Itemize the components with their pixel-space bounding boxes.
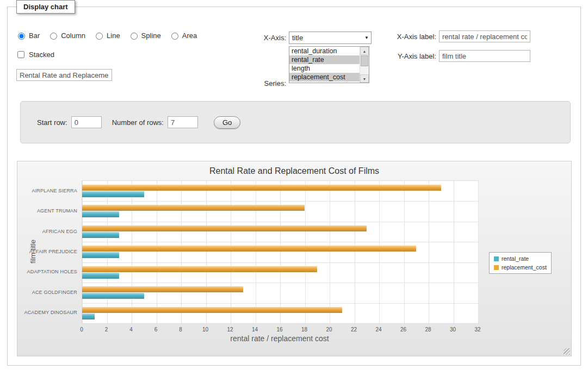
resize-handle-icon[interactable] bbox=[564, 348, 570, 355]
start-row-label: Start row: bbox=[37, 118, 67, 127]
x-tick-label: 4 bbox=[123, 327, 139, 333]
go-button[interactable]: Go bbox=[214, 116, 240, 129]
x-axis-title: rental rate / replacement cost bbox=[82, 334, 478, 343]
start-row-input[interactable] bbox=[71, 116, 102, 128]
xaxis-label-field-label: X-Axis label: bbox=[368, 33, 436, 41]
legend-swatch bbox=[494, 265, 499, 270]
scroll-down-icon[interactable]: ▼ bbox=[360, 74, 369, 83]
gridline bbox=[82, 262, 478, 263]
xaxis-selected-value: title bbox=[292, 34, 303, 42]
radio-spline[interactable] bbox=[131, 33, 138, 40]
chart-type-option-area[interactable]: Area bbox=[169, 31, 197, 40]
gridline bbox=[82, 303, 478, 304]
x-tick-label: 6 bbox=[148, 327, 164, 333]
chart-type-option-bar[interactable]: Bar bbox=[15, 31, 40, 40]
category-label: ADAPTATION HOLES bbox=[17, 269, 77, 274]
series-option-replacement_cost[interactable]: replacement_cost bbox=[289, 73, 360, 81]
radio-label-text: Area bbox=[182, 32, 197, 40]
category-label: AFFAIR PREJUDICE bbox=[17, 249, 77, 254]
x-tick-label: 30 bbox=[445, 327, 461, 333]
bar-rental_rate bbox=[82, 313, 95, 319]
x-tick-label: 18 bbox=[296, 327, 313, 333]
series-option-length[interactable]: length bbox=[289, 64, 360, 73]
bar-replacement_cost bbox=[82, 185, 441, 191]
gridline bbox=[404, 181, 405, 323]
radio-area[interactable] bbox=[171, 33, 178, 40]
gridline bbox=[256, 181, 256, 323]
stacked-option[interactable]: Stacked bbox=[15, 49, 54, 60]
x-tick-label: 20 bbox=[321, 327, 337, 333]
legend-item[interactable]: rental_rate bbox=[494, 255, 547, 262]
radio-line[interactable] bbox=[96, 33, 103, 40]
chart-type-option-spline[interactable]: Spline bbox=[128, 31, 161, 40]
bar-rental_rate bbox=[82, 293, 144, 299]
legend-label: replacement_cost bbox=[502, 264, 547, 271]
x-tick-label: 26 bbox=[395, 327, 412, 333]
legend-item[interactable]: replacement_cost bbox=[494, 264, 547, 271]
bar-replacement_cost bbox=[82, 286, 243, 292]
xaxis-select[interactable]: title ▼ bbox=[289, 32, 372, 44]
chart-type-option-line[interactable]: Line bbox=[93, 31, 120, 40]
scrollbar-thumb[interactable] bbox=[361, 55, 368, 66]
series-listbox[interactable]: rental_durationrental_ratelengthreplacem… bbox=[289, 46, 369, 83]
chart-legend: rental_ratereplacement_cost bbox=[489, 252, 552, 274]
bar-replacement_cost bbox=[82, 307, 342, 313]
category-label: ACADEMY DINOSAUR bbox=[17, 310, 77, 315]
series-listbox-label: Series: bbox=[232, 79, 286, 87]
gridline bbox=[132, 181, 132, 323]
radio-column[interactable] bbox=[50, 33, 57, 40]
gridline bbox=[454, 181, 454, 323]
x-tick-label: 0 bbox=[73, 327, 90, 333]
bar-rental_rate bbox=[82, 211, 119, 217]
gridline bbox=[330, 181, 330, 323]
chart-title: Rental Rate and Replacement Cost of Film… bbox=[17, 166, 571, 176]
scroll-up-icon[interactable]: ▲ bbox=[360, 47, 369, 55]
radio-label-text: Spline bbox=[141, 32, 161, 40]
chart-container: Rental Rate and Replacement Cost of Film… bbox=[17, 161, 572, 356]
gridline bbox=[181, 181, 182, 323]
bar-rental_rate bbox=[82, 252, 119, 258]
gridline bbox=[231, 181, 231, 323]
bar-rental_rate bbox=[82, 273, 119, 279]
display-chart-panel: Display chart BarColumnLineSplineArea St… bbox=[7, 7, 581, 366]
bar-replacement_cost bbox=[82, 266, 317, 272]
gridline bbox=[280, 181, 281, 323]
num-rows-input[interactable] bbox=[168, 116, 198, 128]
plot-area bbox=[82, 180, 479, 324]
category-label: AFRICAN EGG bbox=[17, 229, 77, 234]
yaxis-label-input[interactable] bbox=[439, 50, 530, 62]
x-tick-label: 2 bbox=[98, 327, 115, 333]
chart-type-option-column[interactable]: Column bbox=[47, 31, 85, 40]
gridline bbox=[82, 283, 478, 283]
series-option-rental_duration[interactable]: rental_duration bbox=[289, 47, 360, 55]
chart-type-radio-group: BarColumnLineSplineArea bbox=[15, 31, 197, 40]
legend-swatch bbox=[494, 256, 499, 261]
stacked-checkbox[interactable] bbox=[17, 51, 24, 58]
x-tick-label: 16 bbox=[271, 327, 288, 333]
chart-title-input[interactable] bbox=[16, 69, 112, 81]
panel-title: Display chart bbox=[16, 0, 75, 14]
series-scrollbar[interactable]: ▲ ▼ bbox=[360, 47, 369, 83]
gridline bbox=[82, 222, 478, 222]
gridline bbox=[82, 242, 478, 242]
radio-label-text: Column bbox=[61, 32, 85, 40]
gridline bbox=[305, 181, 306, 323]
radio-bar[interactable] bbox=[18, 33, 25, 40]
series-option-rental_rate[interactable]: rental_rate bbox=[289, 55, 360, 64]
legend-label: rental_rate bbox=[502, 255, 529, 262]
gridline bbox=[429, 181, 429, 323]
xaxis-select-label: X-Axis: bbox=[232, 34, 286, 42]
gridline bbox=[82, 201, 478, 202]
xaxis-label-input[interactable] bbox=[439, 30, 530, 42]
gridline bbox=[157, 181, 157, 323]
x-tick-label: 32 bbox=[469, 327, 486, 333]
bar-rental_rate bbox=[82, 191, 144, 197]
bar-replacement_cost bbox=[82, 225, 367, 231]
gridline bbox=[355, 181, 355, 323]
radio-label-text: Line bbox=[107, 32, 120, 40]
x-tick-label: 14 bbox=[247, 327, 263, 333]
gridline bbox=[478, 181, 479, 323]
stacked-label: Stacked bbox=[29, 51, 54, 59]
radio-label-text: Bar bbox=[29, 32, 40, 40]
num-rows-label: Number of rows: bbox=[112, 118, 164, 127]
